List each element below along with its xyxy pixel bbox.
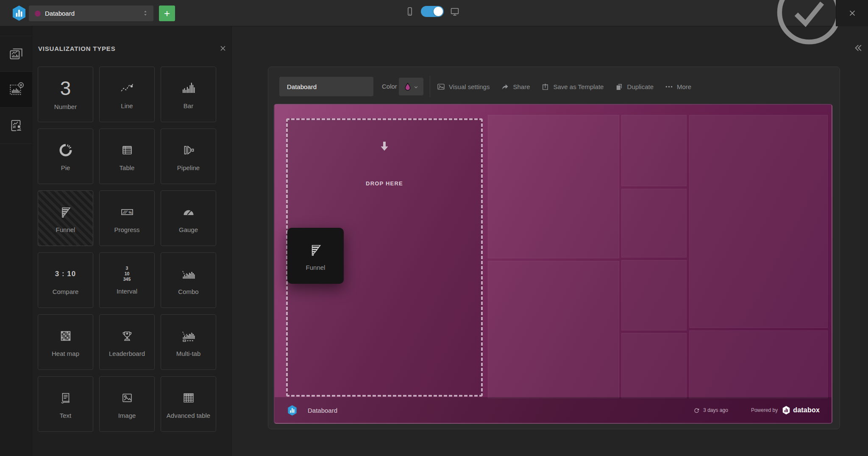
board-placeholder-tile[interactable]: [689, 330, 828, 398]
viz-tile-pipeline[interactable]: Pipeline: [161, 129, 216, 184]
board-actions: Visual settingsShareSave as TemplateDupl…: [437, 67, 691, 106]
save-as-template-button[interactable]: Save as Template: [541, 83, 604, 91]
viz-tile-table[interactable]: Table: [99, 129, 155, 184]
viz-tile-number[interactable]: 3Number: [38, 67, 93, 122]
toggle-knob: [434, 7, 443, 16]
databoards-icon: [7, 45, 25, 63]
advanced-table-icon: [180, 389, 197, 406]
toolbar-divider: [430, 76, 430, 97]
viz-tile-label: Heat map: [52, 350, 79, 357]
viz-tile-gauge[interactable]: Gauge: [161, 190, 216, 246]
left-rail: [0, 26, 32, 456]
databox-logo-icon: [287, 405, 298, 416]
funnel-icon: [307, 241, 325, 259]
visual-settings-icon: [437, 83, 445, 91]
board-placeholder-tile[interactable]: [621, 260, 687, 330]
databox-logo-icon: [782, 406, 791, 415]
viz-tile-label: Gauge: [179, 226, 198, 233]
sync-icon[interactable]: [693, 407, 700, 414]
board-placeholder-tile[interactable]: [488, 261, 619, 398]
viz-tile-interval[interactable]: 310345Interval: [99, 252, 155, 308]
viz-tile-label: Multi-tab: [176, 350, 201, 357]
more-button[interactable]: More: [665, 83, 691, 91]
board-placeholder-tile[interactable]: [488, 115, 619, 258]
viz-tile-compare[interactable]: 3 : 10Compare: [38, 252, 93, 308]
board-selector[interactable]: Databoard: [29, 6, 153, 21]
interval-glyph: 310345: [123, 266, 131, 282]
board-placeholder-tile[interactable]: [621, 115, 687, 186]
viz-tile-multitab[interactable]: Multi-tab: [161, 314, 216, 370]
viz-tile-label: Progress: [114, 226, 139, 233]
viz-tile-label: Bar: [184, 102, 193, 109]
last-updated: 3 days ago: [703, 407, 728, 413]
viz-tile-label: Table: [120, 164, 135, 171]
drop-here-label: DROP HERE: [366, 180, 403, 187]
table-icon: [119, 142, 136, 159]
combo-icon: [180, 266, 197, 283]
board-footer: Databoard 3 days ago Powered by databox: [275, 397, 832, 423]
board-name-input[interactable]: [279, 77, 373, 96]
device-toggle[interactable]: [421, 6, 444, 17]
rail-item-databoards[interactable]: [0, 36, 32, 72]
reports-icon: [7, 117, 25, 134]
viz-tile-label: Compare: [53, 288, 79, 295]
databox-wordmark: databox: [793, 406, 820, 414]
add-databoard-button[interactable]: +: [159, 6, 175, 21]
viz-tile-image[interactable]: Image: [99, 376, 155, 432]
compare-glyph: 3 : 10: [55, 266, 76, 283]
viz-tile-label: Leaderboard: [109, 350, 145, 357]
image-icon: [119, 389, 136, 406]
board-placeholder-tile[interactable]: [621, 333, 687, 398]
dragged-funnel-tile[interactable]: Funnel: [287, 228, 344, 284]
board-selector-value: Databoard: [45, 10, 75, 17]
select-arrows-icon: [142, 9, 149, 17]
board-placeholder-tile[interactable]: [621, 189, 687, 257]
viz-tile-advanced-table[interactable]: Advanced table: [161, 376, 216, 432]
viz-tile-label: Number: [54, 103, 77, 110]
share-button[interactable]: Share: [501, 83, 530, 91]
databoard-canvas[interactable]: DROP HERE Funnel Databoard 3 days ago Po…: [274, 104, 832, 424]
viz-tile-bar[interactable]: Bar: [161, 67, 216, 122]
duplicate-button[interactable]: Duplicate: [615, 83, 654, 91]
rail-item-reports[interactable]: [0, 108, 32, 144]
funnel-icon: [57, 204, 74, 221]
viz-tile-label: Advanced table: [167, 412, 210, 419]
viz-tile-pie[interactable]: Pie: [38, 129, 93, 184]
board-color-dot-icon: [35, 11, 41, 17]
svg-text:%: %: [128, 210, 132, 214]
viz-tile-label: Funnel: [56, 226, 75, 233]
rail-item-add-visualization[interactable]: [0, 72, 32, 108]
collapse-panel-icon[interactable]: [853, 43, 863, 53]
visual-settings-button[interactable]: Visual settings: [437, 83, 490, 91]
topbar-right-section: [836, 0, 868, 26]
viz-tile-label: Pipeline: [177, 164, 200, 171]
board-placeholder-tile[interactable]: [689, 115, 828, 328]
desktop-icon[interactable]: [450, 6, 460, 17]
viz-tile-line[interactable]: Line: [99, 67, 155, 122]
databox-logo-icon[interactable]: [11, 5, 28, 22]
panel-close-icon[interactable]: [219, 44, 227, 53]
close-icon[interactable]: [848, 8, 857, 18]
viz-tile-label: Text: [60, 412, 72, 419]
multitab-icon: [180, 327, 197, 344]
viz-tile-heatmap[interactable]: Heat map: [38, 314, 93, 370]
device-preview-toggle-group: [405, 6, 460, 17]
number-glyph: 3: [60, 79, 71, 98]
color-picker[interactable]: [399, 78, 423, 95]
drop-arrow-icon: [377, 140, 392, 154]
share-icon: [501, 83, 509, 91]
bar-icon: [180, 80, 197, 97]
leaderboard-icon: [119, 327, 136, 344]
viz-tile-leaderboard[interactable]: Leaderboard: [99, 314, 155, 370]
viz-tile-label: Image: [118, 412, 136, 419]
color-label: Color: [382, 83, 397, 90]
viz-tile-text[interactable]: Text: [38, 376, 93, 432]
visualization-grid: 3NumberLineBarPieTablePipeline Funnel%Pr…: [38, 67, 216, 432]
viz-tile-progress[interactable]: %Progress: [99, 190, 155, 246]
add-visualization-icon: [7, 81, 25, 98]
viz-tile-funnel[interactable]: Funnel: [38, 190, 93, 246]
viz-tile-label: Pie: [61, 164, 70, 171]
mobile-icon[interactable]: [405, 6, 415, 17]
more-icon: [665, 83, 673, 91]
viz-tile-combo[interactable]: Combo: [161, 252, 216, 308]
